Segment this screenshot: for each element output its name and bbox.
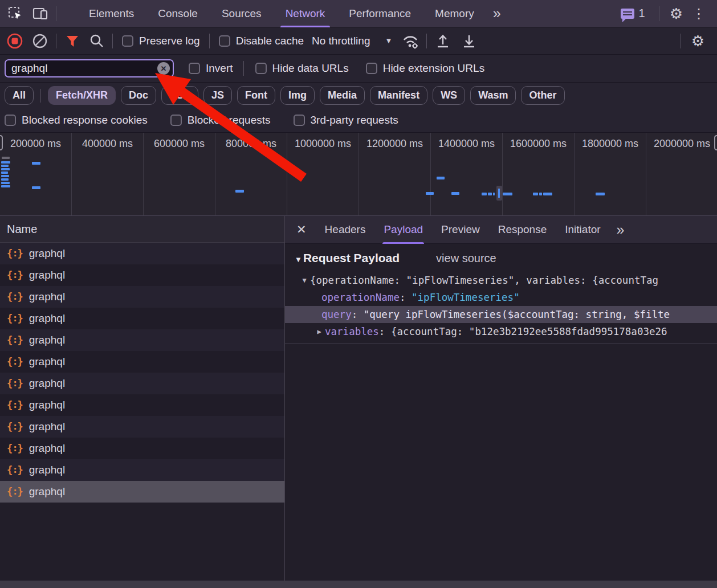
- issues-counter[interactable]: 1: [621, 7, 645, 20]
- import-har-icon[interactable]: [433, 31, 453, 51]
- waterfall-bar: [426, 192, 434, 195]
- request-row[interactable]: {∶}graphql: [0, 481, 284, 503]
- details-tab-headers[interactable]: Headers: [316, 216, 375, 244]
- request-name: graphql: [29, 334, 65, 346]
- type-chip-manifest[interactable]: Manifest: [370, 86, 427, 105]
- invert-checkbox[interactable]: [189, 63, 200, 74]
- invert-label[interactable]: Invert: [206, 62, 233, 75]
- details-tab-response[interactable]: Response: [489, 216, 556, 244]
- tab-memory[interactable]: Memory: [423, 0, 486, 27]
- preserve-log-label[interactable]: Preserve log: [139, 35, 200, 47]
- tab-performance[interactable]: Performance: [337, 0, 423, 27]
- view-source-link[interactable]: view source: [436, 252, 496, 265]
- filter-input[interactable]: [5, 59, 174, 77]
- waterfall-bar: [235, 190, 244, 193]
- type-chip-img[interactable]: Img: [280, 86, 315, 105]
- third-party-requests-checkbox[interactable]: [294, 115, 305, 126]
- clear-network-log-button[interactable]: [30, 31, 50, 51]
- type-chip-fetch-xhr[interactable]: Fetch/XHR: [48, 86, 116, 105]
- payload-divider: [285, 343, 717, 344]
- details-tab-preview[interactable]: Preview: [432, 216, 489, 244]
- filter-funnel-icon[interactable]: [62, 31, 83, 51]
- json-braces-icon: {∶}: [7, 291, 23, 303]
- json-braces-icon: {∶}: [7, 313, 23, 324]
- request-row[interactable]: {∶}graphql: [0, 286, 284, 308]
- blocked-response-cookies-label[interactable]: Blocked response cookies: [22, 114, 148, 126]
- request-row[interactable]: {∶}graphql: [0, 373, 284, 394]
- export-har-icon[interactable]: [459, 31, 479, 51]
- request-name: graphql: [29, 312, 65, 325]
- name-column-header[interactable]: Name: [0, 216, 284, 243]
- tab-sources[interactable]: Sources: [210, 0, 274, 27]
- payload-row-query[interactable]: query: "query ipFlowTimeseries($accountT…: [285, 306, 717, 323]
- type-chip-js[interactable]: JS: [203, 86, 232, 105]
- details-tab-payload[interactable]: Payload: [374, 216, 432, 244]
- type-chip-css[interactable]: CSS: [161, 86, 198, 105]
- json-braces-icon: {∶}: [7, 270, 23, 281]
- request-row[interactable]: {∶}graphql: [0, 308, 284, 329]
- type-chip-font[interactable]: Font: [237, 86, 275, 105]
- record-network-log-button[interactable]: [5, 31, 25, 51]
- payload-row-variables[interactable]: ▶variables: {accountTag: "b12e3b2192ee55…: [285, 323, 717, 340]
- more-detail-tabs-icon[interactable]: »: [610, 222, 630, 238]
- hide-extension-urls-checkbox[interactable]: [366, 63, 377, 74]
- type-chip-doc[interactable]: Doc: [121, 86, 156, 105]
- blocked-requests-checkbox[interactable]: [170, 115, 182, 126]
- request-name: graphql: [29, 247, 65, 260]
- disable-cache-checkbox[interactable]: [219, 35, 230, 47]
- throttling-select[interactable]: No throttling ▼: [312, 35, 392, 47]
- device-toolbar-icon[interactable]: [31, 4, 50, 23]
- hide-extension-urls-label[interactable]: Hide extension URLs: [383, 62, 484, 75]
- type-chip-other[interactable]: Other: [521, 86, 564, 105]
- network-conditions-icon[interactable]: [400, 31, 421, 51]
- payload-expander-icon[interactable]: ▼: [295, 255, 302, 264]
- tab-network[interactable]: Network: [274, 0, 337, 27]
- third-party-requests-label[interactable]: 3rd-party requests: [311, 114, 398, 126]
- expander-icon[interactable]: ▶: [313, 328, 325, 336]
- network-settings-gear-icon[interactable]: ⚙: [687, 34, 709, 48]
- request-row[interactable]: {∶}graphql: [0, 438, 284, 459]
- type-chip-media[interactable]: Media: [320, 86, 365, 105]
- blocked-response-cookies-checkbox[interactable]: [5, 115, 16, 126]
- request-row[interactable]: {∶}graphql: [0, 329, 284, 351]
- clear-filter-icon[interactable]: ✕: [157, 62, 170, 75]
- preserve-log-checkbox[interactable]: [122, 35, 133, 47]
- overview-right-handle[interactable]: [714, 135, 717, 150]
- payload-summary-row[interactable]: ▼ {operationName: "ipFlowTimeseries", va…: [285, 272, 717, 289]
- disable-cache-label[interactable]: Disable cache: [236, 35, 304, 47]
- type-chip-all[interactable]: All: [5, 86, 34, 105]
- blocked-requests-label[interactable]: Blocked requests: [188, 114, 271, 126]
- json-braces-icon: {∶}: [7, 464, 23, 476]
- waterfall-bar: [488, 193, 492, 195]
- request-row[interactable]: {∶}graphql: [0, 394, 284, 416]
- kebab-menu-icon[interactable]: ⋮: [687, 7, 710, 21]
- request-row[interactable]: {∶}graphql: [0, 351, 284, 373]
- tab-console[interactable]: Console: [146, 0, 210, 27]
- request-row[interactable]: {∶}graphql: [0, 459, 284, 481]
- payload-row-operationname[interactable]: operationName: "ipFlowTimeseries": [285, 289, 717, 306]
- hide-data-urls-label[interactable]: Hide data URLs: [272, 62, 349, 75]
- more-panels-icon[interactable]: »: [486, 5, 507, 22]
- waterfall-bar: [2, 157, 10, 159]
- request-row[interactable]: {∶}graphql: [0, 264, 284, 286]
- search-icon[interactable]: [86, 31, 107, 51]
- request-row[interactable]: {∶}graphql: [0, 416, 284, 438]
- close-details-icon[interactable]: ✕: [285, 223, 316, 236]
- inspect-element-icon[interactable]: [6, 4, 25, 23]
- tab-elements[interactable]: Elements: [77, 0, 146, 27]
- devtools-main-tabbar: ElementsConsoleSourcesNetworkPerformance…: [0, 0, 717, 27]
- type-chip-wasm[interactable]: Wasm: [470, 86, 516, 105]
- expander-icon[interactable]: ▼: [299, 276, 310, 284]
- settings-gear-icon[interactable]: ⚙: [665, 6, 687, 21]
- network-toolbar: Preserve log Disable cache No throttling…: [0, 27, 717, 55]
- network-overview-timeline[interactable]: 200000 ms400000 ms600000 ms800000 ms1000…: [0, 133, 717, 216]
- hide-data-urls-checkbox[interactable]: [255, 63, 267, 74]
- request-name: graphql: [29, 356, 65, 368]
- toolbar-divider: [56, 34, 56, 48]
- waterfall-bar: [493, 193, 495, 195]
- type-chip-ws[interactable]: WS: [433, 86, 465, 105]
- details-tab-initiator[interactable]: Initiator: [556, 216, 609, 244]
- toolbar-divider: [659, 6, 659, 21]
- overview-left-handle[interactable]: [0, 135, 3, 150]
- request-row[interactable]: {∶}graphql: [0, 243, 284, 264]
